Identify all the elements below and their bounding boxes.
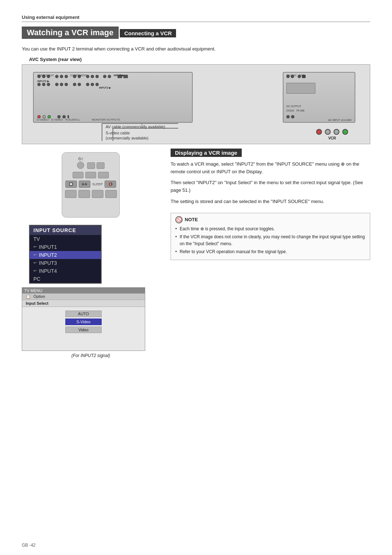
for-input-label: (For INPUT2 signal)	[22, 353, 160, 358]
input-source-header: INPUT SOURCE	[30, 226, 101, 235]
note-box: 🚫 NOTE Each time ⊕ is pressed, the input…	[171, 213, 370, 260]
tv-menu-auto: AUTO	[65, 311, 102, 317]
tv-menu-option: 📋 Option	[22, 293, 145, 300]
tv-menu-svideo: S-Video	[65, 319, 102, 325]
displaying-text2: Then select "INPUT2" on "Input Select" i…	[171, 179, 370, 194]
input-source-input1: ↩ INPUT1	[30, 243, 101, 251]
input-source-tv: TV	[30, 235, 101, 243]
tv-menu: TV MENU 📋 Option Input Select AUTO S-Vid…	[22, 287, 145, 351]
avc-display-unit: RS-232C DOC DISPLAY CONTROL 2 DC OUTPUT …	[283, 72, 355, 123]
av-cable-label: AV cable (commercially available)	[106, 125, 165, 129]
displaying-text1: To watch a VCR image, select "INPUT2" fr…	[171, 161, 370, 176]
avc-main-unit: S-VIDEO S-VIDEO R-AUDIO-L MONITOR OUTPUT…	[33, 72, 193, 123]
svideo-cable-label: S-video cable	[106, 131, 130, 135]
section-label: Using external equipment	[22, 15, 370, 20]
input-source-pc: PC	[30, 275, 101, 283]
remote-control: ⏻ |	[62, 152, 120, 218]
right-column: Displaying a VCR image To watch a VCR im…	[171, 149, 370, 358]
main-title: Watching a VCR image	[22, 27, 119, 39]
input-source-menu: INPUT SOURCE TV ↩ INPUT1 ↩ INPUT2 ↩ INPU…	[29, 225, 102, 284]
tv-menu-section: Input Select	[22, 300, 145, 307]
vcr-label: VCR	[316, 136, 348, 140]
note-item-3: Refer to your VCR operation manual for t…	[175, 248, 366, 255]
left-column: ⏻ |	[22, 149, 160, 358]
displaying-title: Displaying a VCR image	[171, 149, 242, 157]
section-rule	[22, 21, 370, 22]
tv-menu-video: Video	[65, 327, 102, 333]
note-header: 🚫 NOTE	[175, 216, 366, 223]
tv-menu-body: AUTO S-Video Video	[22, 307, 145, 351]
displaying-text3: The setting is stored and can be selecte…	[171, 198, 370, 206]
connecting-title: Connecting a VCR	[120, 29, 176, 37]
input-source-input4: ↩ INPUT4	[30, 267, 101, 275]
page-number: GB -42	[22, 543, 36, 548]
note-icon: 🚫	[175, 216, 183, 223]
diagram-area: S-VIDEO S-VIDEO R-AUDIO-L MONITOR OUTPUT…	[22, 64, 370, 144]
svideo-cable-label2: (commercially available)	[106, 136, 148, 140]
remote-icon-btn: 🔲	[65, 181, 77, 188]
avc-label: AVC System (rear view)	[29, 57, 370, 62]
note-item-1: Each time ⊕ is pressed, the input source…	[175, 226, 366, 232]
tv-menu-header: TV MENU	[22, 288, 145, 293]
note-item-2: If the VCR image does not come in clearl…	[175, 234, 366, 247]
connecting-text: You can use the INPUT 2 terminal when co…	[22, 45, 370, 53]
input-source-input3: ↩ INPUT3	[30, 259, 101, 267]
avc-system-box: S-VIDEO S-VIDEO R-AUDIO-L MONITOR OUTPUT…	[22, 64, 370, 144]
vcr-conn-row	[316, 129, 348, 135]
input-source-input2: ↩ INPUT2	[30, 251, 101, 259]
